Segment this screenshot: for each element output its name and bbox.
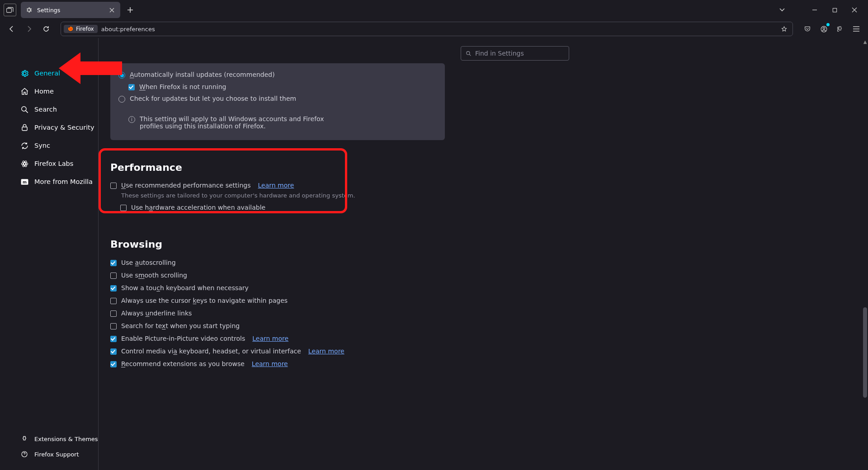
browser-tab[interactable]: Settings (21, 2, 120, 18)
lock-icon (20, 123, 29, 132)
identity-label: Firefox (76, 26, 94, 32)
url-text: about:preferences (101, 26, 155, 33)
vertical-scrollbar[interactable]: ▲ (862, 38, 868, 470)
app-menu-button[interactable] (849, 22, 863, 36)
identity-badge[interactable]: Firefox (64, 25, 98, 33)
checkbox-use-recommended[interactable] (110, 183, 117, 189)
checkbox-label: Control media via keyboard, headset, or … (121, 348, 301, 355)
sidebar-item-label: More from Mozilla (34, 178, 93, 185)
sidebar-item-more-mozilla[interactable]: m More from Mozilla (0, 173, 98, 191)
radio-label: Automatically install updates (recommend… (130, 71, 275, 78)
star-icon (781, 26, 788, 33)
checkbox-browsing-0[interactable] (110, 260, 117, 266)
checkbox-browsing-6[interactable] (110, 336, 117, 342)
browsing-row: Use autoscrolling (110, 256, 445, 269)
sidebar-footer-support[interactable]: Firefox Support (0, 446, 98, 462)
navbar: Firefox about:preferences (0, 20, 868, 38)
pocket-button[interactable] (800, 22, 815, 36)
sync-icon (20, 141, 29, 150)
checkbox-label: When Firefox is not running (139, 83, 226, 90)
sidebar-footer-extensions[interactable]: Extensions & Themes (0, 431, 98, 446)
account-icon (820, 25, 828, 33)
url-bar[interactable]: Firefox about:preferences (61, 22, 793, 36)
annotation-arrow (59, 51, 122, 86)
account-button[interactable] (816, 22, 831, 36)
main-area: General Home Search Privacy & Security S… (0, 38, 868, 470)
checkbox-label: Show a touch keyboard when necessary (121, 284, 249, 291)
sidebar-item-label: Firefox Labs (34, 160, 73, 167)
bookmark-button[interactable] (778, 23, 790, 35)
update-note-row: i This setting will apply to all Windows… (118, 113, 437, 132)
updates-panel: Automatically install updates (recommend… (110, 63, 445, 140)
browsing-row: Always use the cursor keys to navigate w… (110, 294, 445, 307)
window-close-button[interactable] (844, 2, 864, 18)
browsing-row: Always underline links (110, 307, 445, 320)
tabs-dropdown-button[interactable] (772, 2, 792, 18)
checkbox-label: Use smooth scrolling (121, 272, 187, 279)
window-maximize-button[interactable] (825, 2, 844, 18)
checkbox-label: Always underline links (121, 310, 192, 317)
sidebar-item-label: Extensions & Themes (34, 436, 98, 442)
browsing-section: Browsing Use autoscrollingUse smooth scr… (110, 239, 445, 370)
checkbox-hw-accel[interactable] (120, 205, 127, 211)
titlebar: Settings (0, 0, 868, 20)
checkbox-label: Recommend extensions as you browse (121, 360, 245, 367)
sidebar-item-search[interactable]: Search (0, 100, 98, 118)
labs-icon (20, 159, 29, 168)
checkbox-browsing-7[interactable] (110, 348, 117, 355)
perf-rec-row: Use recommended performance settings Lea… (110, 179, 445, 191)
checkbox-browsing-8[interactable] (110, 361, 117, 367)
update-auto-row: Automatically install updates (recommend… (118, 69, 437, 81)
checkbox-label: Use recommended performance settings (121, 182, 250, 189)
arrow-right-icon (25, 25, 33, 33)
scroll-up-icon: ▲ (862, 38, 868, 45)
gear-icon (20, 69, 29, 78)
checkbox-when-not-running[interactable] (128, 84, 135, 90)
firefox-icon (67, 26, 74, 32)
window-minimize-button[interactable] (805, 2, 825, 18)
checkbox-browsing-2[interactable] (110, 285, 117, 291)
learn-more-link[interactable]: Learn more (252, 360, 288, 367)
radio-label: Check for updates but let you choose to … (130, 95, 296, 102)
sidebar-item-label: Sync (34, 142, 50, 149)
scrollbar-thumb[interactable] (863, 307, 867, 398)
learn-more-link[interactable]: Learn more (252, 335, 288, 342)
arrow-left-icon (8, 25, 15, 33)
forward-button[interactable] (22, 22, 36, 36)
checkbox-label: Always use the cursor keys to navigate w… (121, 297, 288, 304)
sidebar-item-sync[interactable]: Sync (0, 136, 98, 155)
recent-windows-button[interactable] (4, 4, 16, 16)
update-when-row: When Firefox is not running (118, 81, 437, 93)
checkbox-browsing-3[interactable] (110, 298, 117, 304)
sidebar-item-privacy[interactable]: Privacy & Security (0, 118, 98, 136)
perf-hw-row: Use hardware acceleration when available (110, 202, 445, 213)
browsing-row: Use smooth scrolling (110, 269, 445, 282)
sidebar-item-label: Home (34, 88, 54, 95)
update-check-row: Check for updates but let you choose to … (118, 93, 437, 105)
new-tab-button[interactable] (123, 3, 137, 17)
checkbox-browsing-5[interactable] (110, 323, 117, 329)
sidebar-item-labs[interactable]: Firefox Labs (0, 155, 98, 173)
performance-heading: Performance (110, 162, 445, 173)
checkbox-browsing-4[interactable] (110, 310, 117, 317)
tab-close-button[interactable] (108, 6, 116, 14)
radio-check-install[interactable] (118, 96, 125, 103)
learn-more-link[interactable]: Learn more (308, 348, 344, 355)
reload-button[interactable] (39, 22, 53, 36)
perf-learn-more-link[interactable]: Learn more (258, 182, 294, 189)
svg-rect-6 (22, 127, 27, 130)
back-button[interactable] (5, 22, 19, 36)
checkbox-browsing-1[interactable] (110, 273, 117, 279)
sidebar-item-label: Firefox Support (34, 451, 79, 458)
perf-note: These settings are tailored to your comp… (121, 192, 445, 199)
checkbox-label: Use hardware acceleration when available (131, 204, 265, 211)
update-note-text: This setting will apply to all Windows a… (140, 115, 348, 130)
mozilla-icon: m (20, 177, 29, 186)
reload-icon (42, 25, 50, 33)
browsing-row: Search for text when you start typing (110, 320, 445, 332)
svg-rect-0 (7, 9, 12, 13)
notification-dot-icon (826, 23, 830, 26)
extensions-button[interactable] (833, 22, 847, 36)
search-icon (20, 105, 29, 114)
info-icon: i (128, 116, 135, 123)
